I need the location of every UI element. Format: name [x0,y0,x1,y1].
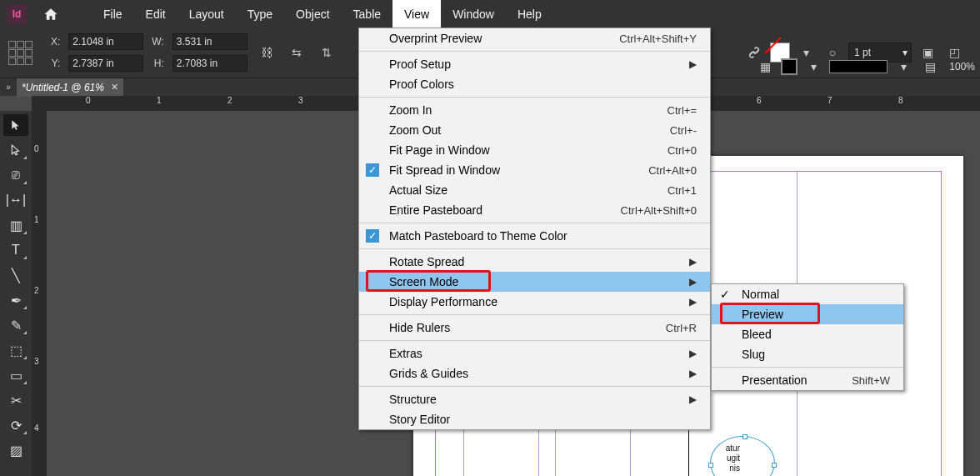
menu-item-label: Screen Mode [389,275,458,288]
menu-window[interactable]: Window [441,0,506,28]
gap-tool[interactable]: |↔| [3,189,28,211]
menu-item-label: Fit Spread in Window [389,163,500,177]
view-menu-item[interactable]: ✓Match Pasteboard to Theme Color [359,226,710,246]
screen-mode-item[interactable]: PresentationShift+W [712,370,903,390]
flip-v-icon[interactable]: ⇅ [316,42,338,63]
close-tab-icon[interactable]: ✕ [111,82,118,93]
view-menu-item[interactable]: Proof Colors [359,74,710,94]
hruler-tick: 3 [298,96,303,105]
zoom-value: 100% [949,61,975,73]
view-menu-item[interactable]: Overprint PreviewCtrl+Alt+Shift+Y [359,28,710,48]
view-menu-item[interactable]: Rotate Spread▶ [359,252,710,272]
scissors-tool[interactable]: ✂ [3,389,28,411]
screen-mode-item[interactable]: Slug [712,344,903,364]
menu-item-shortcut: Ctrl+Alt+Shift+Y [619,33,697,45]
menu-item-shortcut: Ctrl+Alt+Shift+0 [621,204,697,217]
align-icon[interactable]: ▦ [754,56,776,78]
view-menu-item[interactable]: ✓Fit Spread in WindowCtrl+Alt+0 [359,160,710,180]
pen-tool[interactable]: ✒ [3,289,28,311]
home-icon[interactable] [43,7,58,22]
view-menu-item[interactable]: Hide RulersCtrl+R [359,318,710,338]
rectangle-tool[interactable]: ▭ [3,364,28,386]
menu-item-label: Preview [742,308,783,321]
view-menu-item[interactable]: Zoom InCtrl+= [359,100,710,120]
view-menu: Overprint PreviewCtrl+Alt+Shift+YProof S… [358,28,711,430]
rectangle-frame-tool[interactable]: ⬚ [3,339,28,361]
type-tool[interactable]: T [3,239,28,261]
menu-item-label: Normal [742,288,779,301]
hruler-tick: 7 [828,96,832,105]
stroke-swatch[interactable] [781,58,798,75]
menu-edit[interactable]: Edit [134,0,178,28]
view-menu-item[interactable]: Story Editor [359,409,710,429]
submenu-arrow-icon: ▶ [689,58,697,70]
menu-layout[interactable]: Layout [178,0,236,28]
menu-file[interactable]: File [92,0,134,28]
view-menu-item[interactable]: Screen Mode▶ [359,272,710,292]
menu-item-label: Slug [742,348,765,361]
fx-icon[interactable]: ▤ [919,56,941,78]
app-abbrev: Id [12,8,22,20]
menu-item-shortcut: Shift+W [852,374,890,387]
h-input[interactable] [172,55,248,72]
vertical-ruler[interactable]: 0 1 2 3 4 [32,111,47,476]
menu-item-label: Hide Rulers [389,321,450,334]
menu-item-label: Proof Colors [389,78,454,91]
stroke-caret-icon[interactable]: ▾ [802,56,824,78]
pencil-tool[interactable]: ✎ [3,314,28,336]
hruler-tick: 0 [86,96,91,105]
vruler-tick: 1 [34,215,39,224]
menu-item-shortcut: Ctrl+Alt+0 [648,164,697,177]
document-tab-title: *Untitled-1 @ 61% [22,82,104,93]
menu-item-label: Grids & Guides [389,367,468,380]
stroke-style-preview[interactable] [829,60,888,73]
menu-view[interactable]: View [392,0,441,28]
content-collector-tool[interactable]: ▥ [3,214,28,236]
submenu-arrow-icon: ▶ [689,296,697,308]
constrain-icon[interactable]: ⛓ [256,42,278,63]
view-menu-item[interactable]: Actual SizeCtrl+1 [359,180,710,200]
flip-h-icon[interactable]: ⇆ [286,42,308,63]
menu-item-label: Extras [389,347,422,360]
screen-mode-item[interactable]: ✓Normal [712,284,903,304]
menu-help[interactable]: Help [506,0,553,28]
view-menu-item[interactable]: Fit Page in WindowCtrl+0 [359,140,710,160]
page-tool[interactable]: ⎚ [3,164,28,186]
hruler-tick: 2 [228,96,232,105]
direct-selection-tool[interactable] [3,139,28,161]
line-tool[interactable]: ╲ [3,264,28,286]
view-menu-item[interactable]: Grids & Guides▶ [359,363,710,383]
hruler-tick: 8 [898,96,903,105]
selection-tool[interactable] [3,114,28,136]
vruler-tick: 3 [34,357,39,366]
menu-item-label: Proof Setup [389,58,451,71]
x-input[interactable] [68,33,143,50]
view-menu-item[interactable]: Display Performance▶ [359,292,710,312]
check-icon: ✓ [366,163,379,177]
w-input[interactable] [172,33,248,50]
screen-mode-item[interactable]: Bleed [712,324,903,344]
y-input[interactable] [68,55,143,72]
document-tab[interactable]: *Untitled-1 @ 61% ✕ [17,78,123,97]
menu-item-label: Zoom In [389,103,432,117]
stroke-style-caret-icon[interactable]: ▾ [892,56,914,78]
menu-table[interactable]: Table [342,0,392,28]
gradient-tool[interactable]: ▨ [3,439,28,461]
view-menu-item[interactable]: Structure▶ [359,389,710,409]
tabstrip-chevron-icon[interactable]: » [0,83,17,92]
hruler-tick: 6 [757,96,762,105]
screen-mode-item[interactable]: Preview [712,304,903,324]
view-menu-item[interactable]: Proof Setup▶ [359,54,710,74]
screen-mode-submenu: ✓NormalPreviewBleedSlugPresentationShift… [711,283,904,391]
submenu-arrow-icon: ▶ [689,256,697,268]
reference-point-grid[interactable] [8,41,32,65]
free-transform-tool[interactable]: ⟳ [3,414,28,436]
menu-item-label: Overprint Preview [389,32,482,45]
menu-object[interactable]: Object [284,0,341,28]
view-menu-item[interactable]: Extras▶ [359,343,710,363]
view-menu-item[interactable]: Entire PasteboardCtrl+Alt+Shift+0 [359,200,710,220]
submenu-arrow-icon: ▶ [689,393,697,405]
menu-item-label: Story Editor [389,413,450,426]
view-menu-item[interactable]: Zoom OutCtrl+- [359,120,710,140]
menu-type[interactable]: Type [236,0,284,28]
